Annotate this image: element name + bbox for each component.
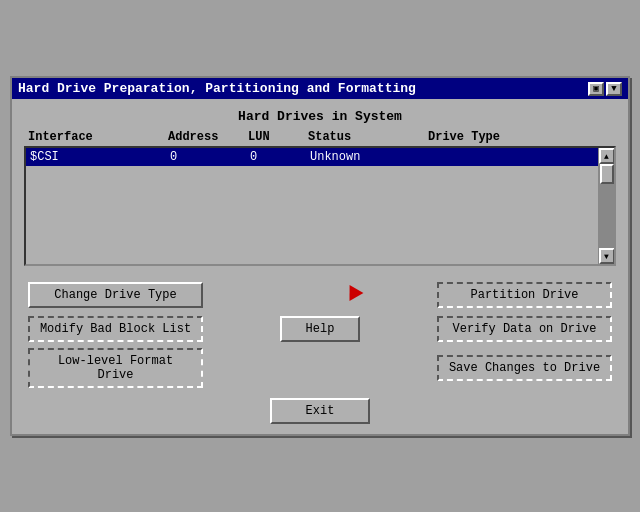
scrollbar-thumb[interactable] bbox=[600, 164, 614, 184]
row-drive-type bbox=[430, 150, 550, 164]
restore-button[interactable]: ▣ bbox=[588, 82, 604, 96]
col-address: Address bbox=[168, 130, 248, 144]
change-drive-type-button[interactable]: Change Drive Type bbox=[28, 282, 203, 308]
row-status: Unknown bbox=[310, 150, 430, 164]
window-content: Hard Drives in System Interface Address … bbox=[12, 99, 628, 434]
exit-button[interactable]: Exit bbox=[270, 398, 370, 424]
col-drive-type: Drive Type bbox=[428, 130, 548, 144]
main-window: Hard Drive Preparation, Partitioning and… bbox=[10, 76, 630, 436]
partition-drive-button[interactable]: Partition Drive bbox=[437, 282, 612, 308]
low-level-format-button[interactable]: Low-level Format Drive bbox=[28, 348, 203, 388]
scrollbar-track bbox=[599, 164, 614, 248]
table-header: Interface Address LUN Status Drive Type bbox=[24, 128, 616, 146]
buttons-row-1: Change Drive Type Partition Drive bbox=[28, 280, 612, 310]
buttons-row-3: Low-level Format Drive Save Changes to D… bbox=[28, 348, 612, 388]
scrollbar: ▲ ▼ bbox=[598, 148, 614, 264]
save-changes-button[interactable]: Save Changes to Drive bbox=[437, 355, 612, 381]
mouse-cursor bbox=[343, 285, 364, 305]
row-address: 0 bbox=[170, 150, 250, 164]
col-status: Status bbox=[308, 130, 428, 144]
col-interface: Interface bbox=[28, 130, 168, 144]
scroll-down-button[interactable]: ▼ bbox=[599, 248, 615, 264]
section-title: Hard Drives in System bbox=[24, 109, 616, 124]
verify-data-button[interactable]: Verify Data on Drive bbox=[437, 316, 612, 342]
drive-table: $CSI 0 0 Unknown ▲ ▼ bbox=[24, 146, 616, 266]
cursor-area bbox=[290, 280, 350, 310]
table-row[interactable]: $CSI 0 0 Unknown bbox=[26, 148, 598, 166]
help-button[interactable]: Help bbox=[280, 316, 360, 342]
title-bar: Hard Drive Preparation, Partitioning and… bbox=[12, 78, 628, 99]
buttons-row-2: Modify Bad Block List Help Verify Data o… bbox=[28, 316, 612, 342]
row-lun: 0 bbox=[250, 150, 310, 164]
modify-bad-block-button[interactable]: Modify Bad Block List bbox=[28, 316, 203, 342]
col-lun: LUN bbox=[248, 130, 308, 144]
title-bar-buttons: ▣ ▼ bbox=[588, 82, 622, 96]
minimize-button[interactable]: ▼ bbox=[606, 82, 622, 96]
exit-row: Exit bbox=[28, 398, 612, 424]
scroll-up-button[interactable]: ▲ bbox=[599, 148, 615, 164]
row-interface: $CSI bbox=[30, 150, 170, 164]
table-rows: $CSI 0 0 Unknown bbox=[26, 148, 598, 264]
buttons-area: Change Drive Type Partition Drive Modify… bbox=[24, 280, 616, 424]
window-title: Hard Drive Preparation, Partitioning and… bbox=[18, 81, 416, 96]
